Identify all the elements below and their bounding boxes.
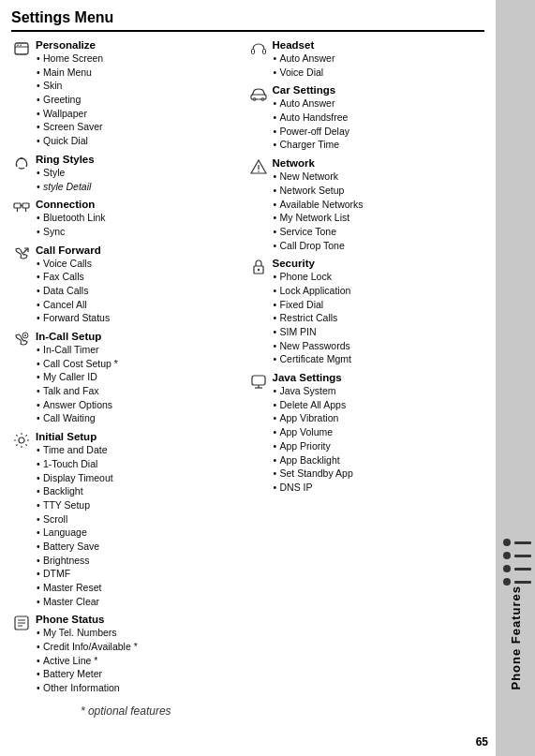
section-headset: Headset Auto Answer Voice Dial bbox=[248, 39, 478, 79]
connection-title: Connection bbox=[36, 199, 241, 210]
svg-point-4 bbox=[21, 157, 22, 159]
dot-2 bbox=[503, 552, 511, 559]
list-item: DTMF bbox=[36, 567, 241, 581]
ring-styles-list: Style style Detail bbox=[36, 166, 241, 193]
list-item: New Passwords bbox=[273, 339, 478, 353]
section-car-settings: Car Settings Auto Answer Auto Handsfree … bbox=[248, 84, 478, 152]
list-item: App Priority bbox=[273, 439, 478, 453]
section-security: Security Phone Lock Lock Application Fix… bbox=[248, 258, 478, 366]
java-settings-title: Java Settings bbox=[273, 372, 478, 383]
list-item: style Detail bbox=[36, 180, 241, 194]
list-item: Credit Info/Available * bbox=[36, 640, 241, 654]
list-item: Time and Date bbox=[36, 443, 241, 457]
personalize-content: Personalize Home Screen Main Menu Skin G… bbox=[36, 39, 241, 148]
list-item: Available Networks bbox=[273, 198, 478, 212]
tab-dot-row-3 bbox=[503, 565, 531, 572]
section-call-forward: Call Forward Voice Calls Fax Calls Data … bbox=[11, 245, 241, 325]
list-item: Screen Saver bbox=[36, 120, 241, 134]
section-personalize: Personalize Home Screen Main Menu Skin G… bbox=[11, 39, 241, 148]
in-call-setup-title: In-Call Setup bbox=[36, 331, 241, 342]
list-item: Backlight bbox=[36, 484, 241, 498]
section-network: Network New Network Network Setup Availa… bbox=[248, 157, 478, 252]
svg-line-10 bbox=[23, 248, 28, 253]
initial-setup-title: Initial Setup bbox=[36, 431, 241, 442]
network-title: Network bbox=[273, 157, 478, 169]
list-item: My Caller ID bbox=[36, 370, 241, 384]
list-item: Main Menu bbox=[36, 66, 241, 80]
list-item: Set Standby App bbox=[273, 467, 478, 481]
list-item: Wallpaper bbox=[36, 107, 241, 121]
svg-rect-0 bbox=[15, 43, 28, 54]
svg-rect-5 bbox=[14, 203, 21, 208]
svg-point-3 bbox=[20, 44, 22, 46]
svg-rect-19 bbox=[251, 50, 254, 54]
list-item: Master Reset bbox=[36, 581, 241, 595]
main-content: Settings Menu Personalize bbox=[0, 0, 496, 756]
list-item: DNS IP bbox=[273, 481, 478, 495]
list-item: New Network bbox=[273, 170, 478, 184]
tab-label: Phone Features bbox=[509, 586, 523, 690]
phone-status-list: My Tel. Numbers Credit Info/Available * … bbox=[36, 626, 241, 694]
call-forward-content: Call Forward Voice Calls Fax Calls Data … bbox=[36, 245, 241, 325]
section-in-call-setup: In-Call Setup In-Call Timer Call Cost Se… bbox=[11, 331, 241, 425]
list-item: Home Screen bbox=[36, 52, 241, 66]
line-4 bbox=[514, 581, 531, 584]
java-settings-content: Java Settings Java System Delete All App… bbox=[273, 372, 478, 495]
headset-list: Auto Answer Voice Dial bbox=[273, 52, 478, 79]
security-content: Security Phone Lock Lock Application Fix… bbox=[273, 258, 478, 366]
list-item: Java System bbox=[273, 384, 478, 398]
section-connection: Connection Bluetooth Link Sync bbox=[11, 199, 241, 238]
list-item: Restrict Calls bbox=[273, 311, 478, 325]
initial-setup-icon bbox=[11, 432, 32, 449]
list-item: Voice Dial bbox=[273, 66, 478, 80]
two-column-layout: Personalize Home Screen Main Menu Skin G… bbox=[11, 39, 484, 718]
list-item: Display Timeout bbox=[36, 471, 241, 485]
personalize-list: Home Screen Main Menu Skin Greeting Wall… bbox=[36, 52, 241, 148]
call-forward-title: Call Forward bbox=[36, 245, 241, 256]
list-item: App Backlight bbox=[273, 453, 478, 467]
list-item: Voice Calls bbox=[36, 257, 241, 271]
list-item: Answer Options bbox=[36, 398, 241, 412]
car-settings-icon bbox=[248, 85, 269, 102]
list-item: Sync bbox=[36, 225, 241, 239]
list-item: Auto Handsfree bbox=[273, 111, 478, 125]
security-title: Security bbox=[273, 258, 478, 269]
page-number: 65 bbox=[476, 735, 488, 749]
list-item: Scroll bbox=[36, 512, 241, 526]
list-item: Lock Application bbox=[273, 284, 478, 298]
list-item: Forward Status bbox=[36, 311, 241, 325]
phone-status-icon bbox=[11, 615, 32, 631]
optional-note: * optional features bbox=[11, 704, 241, 718]
tab-dot-row-2 bbox=[503, 552, 531, 559]
car-settings-list: Auto Answer Auto Handsfree Power-off Del… bbox=[273, 96, 478, 152]
list-item: Language bbox=[36, 526, 241, 540]
network-content: Network New Network Network Setup Availa… bbox=[273, 157, 478, 252]
left-column: Personalize Home Screen Main Menu Skin G… bbox=[11, 39, 248, 718]
in-call-setup-content: In-Call Setup In-Call Timer Call Cost Se… bbox=[36, 331, 241, 425]
personalize-icon bbox=[11, 40, 32, 57]
list-item: Phone Lock bbox=[273, 270, 478, 284]
line-2 bbox=[514, 555, 531, 557]
list-item: Call Waiting bbox=[36, 411, 241, 425]
list-item: 1-Touch Dial bbox=[36, 457, 241, 471]
connection-list: Bluetooth Link Sync bbox=[36, 211, 241, 238]
svg-rect-6 bbox=[22, 203, 29, 208]
call-forward-icon bbox=[11, 245, 32, 262]
list-item: SIM PIN bbox=[273, 325, 478, 339]
list-item: Call Drop Tone bbox=[273, 239, 478, 253]
svg-rect-29 bbox=[252, 376, 265, 385]
tab-dot-row-1 bbox=[503, 539, 531, 546]
connection-icon bbox=[11, 200, 32, 216]
list-item: App Volume bbox=[273, 425, 478, 439]
list-item: Service Tone bbox=[273, 225, 478, 239]
list-item: Call Cost Setup * bbox=[36, 357, 241, 371]
list-item: Network Setup bbox=[273, 184, 478, 198]
right-tab: Phone Features bbox=[496, 0, 535, 756]
in-call-setup-list: In-Call Timer Call Cost Setup * My Calle… bbox=[36, 343, 241, 425]
list-item: Brightness bbox=[36, 554, 241, 568]
list-item: Active Line * bbox=[36, 654, 241, 668]
list-item: Delete All Apps bbox=[273, 398, 478, 412]
headset-icon bbox=[248, 40, 269, 57]
page-title: Settings Menu bbox=[11, 9, 484, 32]
security-list: Phone Lock Lock Application Fixed Dial R… bbox=[273, 270, 478, 366]
